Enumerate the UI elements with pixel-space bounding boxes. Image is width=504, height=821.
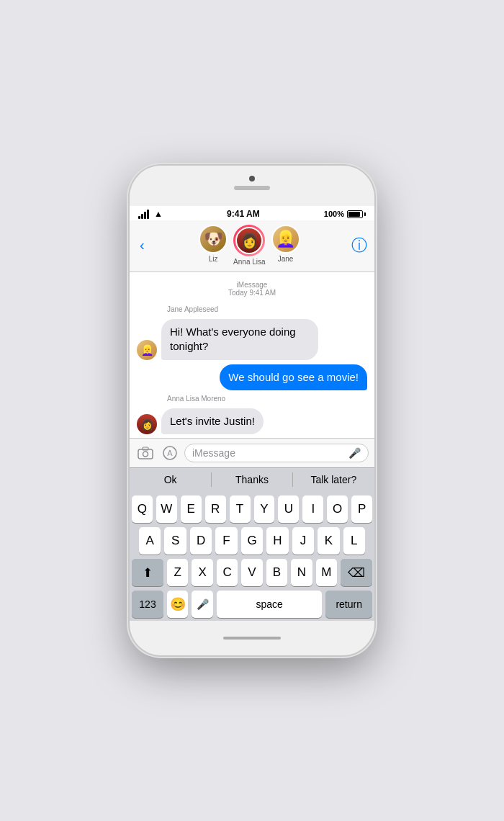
avatar-annalisa: 👩	[235, 227, 263, 254]
back-button[interactable]: ‹	[137, 237, 148, 254]
battery-fill	[348, 212, 360, 217]
sender-annalisa-label: Anna Lisa Moreno	[167, 395, 367, 403]
key-emoji[interactable]: 😊	[167, 591, 188, 618]
status-time: 9:41 AM	[227, 209, 260, 219]
avatar-liz: 🐶	[199, 225, 228, 254]
nav-avatar-liz[interactable]: 🐶 Liz	[199, 225, 228, 266]
msg-avatar-jane: 👱‍♀️	[137, 340, 157, 360]
avatar-annalisa-label: Anna Lisa	[233, 258, 265, 266]
front-camera	[249, 176, 255, 181]
input-bar: A iMessage 🎤	[130, 438, 374, 467]
key-w[interactable]: W	[156, 495, 177, 523]
key-a[interactable]: A	[139, 527, 161, 555]
bubble-jane: Hi! What's everyone doing tonight?	[161, 319, 318, 360]
key-row-bottom: 123 😊 🎤 space return	[132, 591, 372, 618]
signal-bar-2	[141, 214, 143, 219]
message-input[interactable]: iMessage 🎤	[184, 444, 369, 462]
key-p[interactable]: P	[351, 495, 372, 523]
avatar-liz-label: Liz	[209, 255, 218, 263]
timestamp-type: iMessage	[137, 281, 367, 289]
key-s[interactable]: S	[164, 527, 186, 555]
suggestions-bar: Ok Thanks Talk later?	[130, 467, 374, 491]
suggestion-ok[interactable]: Ok	[130, 468, 211, 491]
key-m[interactable]: M	[316, 559, 337, 586]
key-z[interactable]: Z	[167, 559, 188, 586]
battery-icon	[347, 210, 366, 218]
svg-text:A: A	[167, 449, 173, 457]
key-k[interactable]: K	[318, 527, 339, 555]
msg-avatar-annalisa: 👩	[137, 414, 157, 434]
key-backspace[interactable]: ⌫	[341, 559, 372, 586]
signal-bar-3	[144, 212, 146, 219]
input-placeholder: iMessage	[192, 447, 235, 459]
key-q[interactable]: Q	[132, 495, 153, 523]
key-h[interactable]: H	[266, 527, 288, 555]
nav-bar: ‹ 🐶 Liz 👩 Anna Lisa 👱‍♀️ Jane	[130, 220, 374, 272]
key-i[interactable]: I	[302, 495, 323, 523]
timestamp-date: Today 9:41 AM	[137, 289, 367, 297]
key-o[interactable]: O	[327, 495, 348, 523]
screen: ▲ 9:41 AM 100% ‹ 🐶 Liz	[130, 206, 374, 621]
key-u[interactable]: U	[278, 495, 299, 523]
key-g[interactable]: G	[241, 527, 263, 555]
avatar-jane: 👱‍♀️	[271, 225, 300, 254]
key-y[interactable]: Y	[254, 495, 275, 523]
speaker	[234, 186, 270, 190]
battery-pct: 100%	[324, 210, 344, 218]
key-l[interactable]: L	[343, 527, 365, 555]
key-numbers[interactable]: 123	[132, 591, 163, 618]
key-b[interactable]: B	[266, 559, 287, 586]
nav-avatars: 🐶 Liz 👩 Anna Lisa 👱‍♀️ Jane	[199, 225, 300, 266]
nav-avatar-jane[interactable]: 👱‍♀️ Jane	[271, 225, 300, 266]
svg-point-1	[143, 452, 148, 457]
apps-button[interactable]: A	[160, 443, 180, 463]
key-x[interactable]: X	[192, 559, 212, 586]
key-row-2: A S D F G H J K L	[132, 527, 372, 555]
key-e[interactable]: E	[181, 495, 202, 523]
key-mic[interactable]: 🎤	[192, 591, 212, 618]
svg-rect-0	[138, 449, 153, 459]
status-left: ▲	[138, 209, 163, 219]
key-t[interactable]: T	[230, 495, 251, 523]
camera-button[interactable]	[135, 443, 156, 463]
key-f[interactable]: F	[215, 527, 237, 555]
status-right: 100%	[324, 210, 366, 218]
status-bar: ▲ 9:41 AM 100%	[130, 206, 374, 220]
bubble-outgoing: We should go see a movie!	[220, 364, 367, 390]
home-indicator	[223, 637, 281, 640]
info-button[interactable]: ⓘ	[351, 235, 367, 256]
message-row-outgoing: We should go see a movie!	[137, 364, 367, 390]
signal-bar-4	[147, 210, 149, 219]
key-row-1: Q W E R T Y U I O P	[132, 495, 372, 523]
battery-tip	[364, 212, 366, 216]
nav-avatar-annalisa[interactable]: 👩 Anna Lisa	[233, 225, 265, 266]
signal-bar-1	[138, 216, 140, 219]
key-d[interactable]: D	[190, 527, 212, 555]
key-j[interactable]: J	[292, 527, 314, 555]
suggestion-talklater[interactable]: Talk later?	[293, 468, 374, 491]
avatar-jane-label: Jane	[278, 255, 294, 263]
key-shift[interactable]: ⬆	[132, 559, 163, 586]
battery-body	[347, 210, 363, 218]
key-v[interactable]: V	[241, 559, 262, 586]
suggestion-thanks[interactable]: Thanks	[211, 468, 292, 491]
keyboard: Q W E R T Y U I O P A S D F G H J K	[130, 491, 374, 621]
key-return[interactable]: return	[325, 591, 372, 618]
anna-ring: 👩	[233, 225, 265, 256]
phone-top	[130, 166, 374, 206]
key-space[interactable]: space	[217, 591, 323, 618]
message-row-jane: 👱‍♀️ Hi! What's everyone doing tonight?	[137, 319, 367, 360]
key-r[interactable]: R	[205, 495, 226, 523]
timestamp-header: iMessage Today 9:41 AM	[137, 281, 367, 297]
svg-rect-2	[143, 447, 148, 450]
key-c[interactable]: C	[217, 559, 238, 586]
wifi-icon: ▲	[154, 209, 163, 219]
input-mic-icon: 🎤	[348, 447, 361, 459]
signal-bars	[138, 210, 149, 219]
message-row-annalisa: 👩 Let's invite Justin!	[137, 408, 367, 434]
key-row-3: ⬆ Z X C V B N M ⌫	[132, 559, 372, 586]
key-n[interactable]: N	[291, 559, 312, 586]
bubble-annalisa: Let's invite Justin!	[161, 408, 264, 434]
phone-bottom	[130, 621, 374, 655]
messages-area: iMessage Today 9:41 AM Jane Appleseed 👱‍…	[130, 272, 374, 438]
